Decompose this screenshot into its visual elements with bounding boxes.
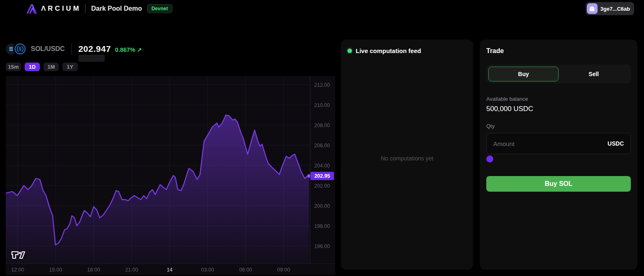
wallet-button[interactable]: 3ge7...C6ab [586,2,634,15]
price-chart-panel[interactable]: 212.00210.00208.00206.00204.00202.00200.… [6,76,335,275]
price-axis-labels: 212.00210.00208.00206.00204.00202.00200.… [314,82,330,249]
app-header: ΛRCIUM Dark Pool Demo Devnet 3ge7...C6ab [0,0,644,17]
svg-text:202.00: 202.00 [314,183,330,189]
svg-text:196.00: 196.00 [314,244,330,249]
time-axis-labels: 12:0015:0018:0021:001403:0006:0009:00 [11,267,290,273]
current-price: 202.947 [78,44,111,54]
trend-up-icon: ↗ [137,46,142,53]
svg-text:21:00: 21:00 [125,267,138,273]
brand-wordmark: ΛRCIUM [41,5,81,13]
current-price-tag: 202.95 [310,172,334,180]
tab-sell[interactable]: Sell [559,67,629,81]
price-stats-placeholder [78,55,105,62]
svg-text:14: 14 [167,267,172,273]
qty-slider[interactable] [486,155,631,162]
price-block: 202.947 0.867% ↗ [78,44,142,54]
wallet-address: 3ge7...C6ab [600,6,630,12]
price-chart[interactable]: 212.00210.00208.00206.00204.00202.00200.… [6,76,335,275]
timeframe-1d[interactable]: 1D [25,63,40,71]
svg-text:15:00: 15:00 [49,267,62,273]
trade-panel: Trade Buy Sell Available balance 500,000… [480,39,637,270]
chart-section: $ SOL/USDC 202.947 0.867% ↗ 15m 1D 1M 1Y… [6,39,335,275]
price-change: 0.867% ↗ [115,46,142,53]
amount-unit: USDC [607,140,624,147]
tradingview-logo-icon [11,250,26,260]
svg-text:200.00: 200.00 [314,203,330,209]
feed-empty-message: No computations yet [347,54,467,262]
svg-text:206.00: 206.00 [314,143,330,148]
svg-text:202.95: 202.95 [314,173,330,179]
qty-slider-thumb[interactable] [486,155,493,162]
pair-label: SOL/USDC [31,45,65,53]
svg-text:198.00: 198.00 [314,223,330,229]
svg-text:06:00: 06:00 [239,267,252,273]
live-status-dot [347,49,352,53]
qty-label: Qty [486,123,631,129]
timeframe-selector: 15m 1D 1M 1Y [6,63,335,71]
amount-input[interactable] [493,140,607,147]
feed-title: Live computation feed [356,47,421,54]
svg-text:210.00: 210.00 [314,102,330,108]
svg-text:208.00: 208.00 [314,123,330,128]
svg-text:204.00: 204.00 [314,163,330,169]
balance-label: Available balance [486,96,631,102]
phantom-wallet-icon [587,3,598,14]
balance-value: 500,000 USDC [486,105,631,113]
computation-feed-panel: Live computation feed No computations ye… [341,39,473,270]
svg-text:18:00: 18:00 [87,267,100,273]
network-badge: Devnet [147,4,172,13]
svg-text:09:00: 09:00 [277,267,290,273]
arcium-logo-icon [26,3,37,14]
svg-text:$: $ [19,46,21,51]
trade-panel-title: Trade [486,47,631,55]
timeframe-1m[interactable]: 1M [44,63,59,71]
buy-sell-tabs: Buy Sell [486,65,631,83]
svg-text:03:00: 03:00 [201,267,214,273]
timeframe-15m[interactable]: 15m [6,63,21,71]
divider [71,43,72,55]
tab-buy[interactable]: Buy [488,67,559,81]
header-divider [85,4,85,13]
svg-text:12:00: 12:00 [11,267,24,273]
app-title: Dark Pool Demo [91,5,142,12]
amount-field: USDC [486,133,631,154]
buy-sol-button[interactable]: Buy SOL [486,176,631,192]
usdc-icon: $ [14,43,26,55]
timeframe-1y[interactable]: 1Y [62,63,78,71]
svg-text:212.00: 212.00 [314,82,330,88]
